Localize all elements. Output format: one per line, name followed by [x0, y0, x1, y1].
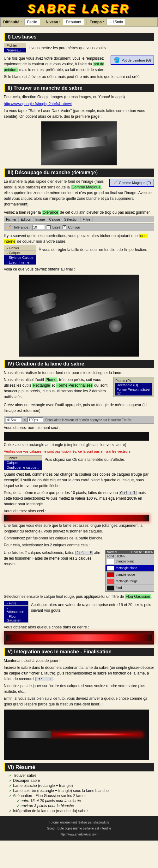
s4-text10: Une fois que vous êtes sûre que la lame … — [4, 523, 154, 534]
layer-triangle-blanc[interactable]: triangle blanc — [106, 558, 154, 565]
ps-menu-filtre[interactable]: Filtre — [81, 217, 92, 222]
layer-name-rectangle-rouge: rectangle rouge — [116, 580, 138, 583]
file-menu-s3[interactable]: - Fichier - Calque - Style de Calque - L… — [4, 246, 36, 265]
size-sep: × — [24, 418, 26, 422]
layer-name-triangle-blanc: triangle blanc — [116, 560, 134, 563]
s3-text2: Veillez à bien régler la tolérance de ce… — [4, 210, 154, 215]
section-4-header: IV) Création de la lame du sabre — [4, 360, 154, 368]
s5-text2: Insérez le sabre dans le document conten… — [4, 665, 154, 682]
summary-step-8: Intégration de la lame au (manche du) sa… — [9, 809, 154, 813]
ps-menu-edition[interactable]: Edition — [19, 217, 33, 222]
difficulty-bar: Difficulté : Facile Niveau : Débutant Te… — [0, 17, 158, 27]
width-input[interactable]: 415px — [6, 417, 22, 422]
section-1-content: Fichier Nouveau... Il vous mettez les pa… — [4, 43, 154, 81]
section-6-header: VI) Résumé — [4, 763, 154, 771]
time-value: ~ 15min — [106, 19, 126, 25]
file-menu-s4[interactable]: Fichier Calque Dupliquer le calque... — [4, 456, 42, 470]
summary-step-7: environ 3 pixels pour la blanche — [17, 804, 154, 808]
tolerance-input[interactable]: 10 — [32, 225, 45, 230]
final-result-image — [4, 710, 149, 760]
blade-glow-red — [6, 634, 152, 641]
lisse-checkbox[interactable] — [47, 225, 51, 229]
s4-text4: Vous obtenez normalement ceci : — [4, 425, 154, 431]
lightsaber-photo — [41, 121, 117, 165]
tool-rectangle[interactable]: Rectangle (U) — [115, 383, 152, 387]
layers-title: Normal — [107, 551, 117, 554]
menu-fichier-s4[interactable]: Fichier — [4, 456, 42, 461]
s4-warning: Vérifiez que vos calques ne sont pas fus… — [4, 449, 154, 454]
menu-calque[interactable]: - Calque — [4, 251, 36, 255]
paint-tool-box: 🪣 Pot de peinture (G) — [111, 56, 154, 65]
layer-thumb-rectangle-blanc — [107, 566, 114, 571]
ps-menu-fichier[interactable]: Fichier — [4, 217, 19, 222]
layers-panel-header: Normal Opacité : 100% — [106, 550, 154, 554]
tolerance-icon: 🧹 — [6, 225, 11, 230]
layer-rectangle-blanc[interactable]: rectangle blanc — [106, 565, 154, 571]
difficulty-label: Difficulté : — [3, 20, 22, 24]
separator — [43, 19, 43, 25]
summary-list: Trouver sabre Découper sabre Lame blanch… — [9, 773, 154, 813]
summary-step-1: Trouver sabre — [9, 773, 154, 778]
menu-dupliquer[interactable]: Dupliquer le calque... — [4, 465, 42, 470]
section-3-content: 🧹 Gomme Magique (E) La manière la plus r… — [4, 179, 154, 208]
layer-thumb-fond — [107, 586, 114, 591]
header: SABRE LASER — [0, 0, 158, 17]
layers-fond-label: Fond : 100% — [107, 555, 125, 558]
filter-menu-s4[interactable]: - Filtre - Atténuation - Flou Gaussien — [4, 601, 28, 623]
s4-text16: Vous obtenez alors quelque chose dans ce… — [4, 624, 154, 630]
ps-menu-calque[interactable]: Calque — [47, 217, 62, 222]
s4-text7: Quand c'est fait, commencez par changer … — [4, 471, 154, 489]
s4-text8: Puis, de la même manière que pour les 10… — [4, 490, 154, 507]
contigu-checkbox[interactable] — [62, 225, 67, 229]
s1-text3: Si le blanc est à éviter au début mais p… — [4, 74, 154, 80]
s2-url[interactable]: http://www.google.fr/imghp?hl=fr&tab=wi — [4, 102, 72, 106]
section-5-title: Intégration avec le manche - Finalisatio… — [14, 649, 111, 654]
level-value: Débutant — [63, 19, 84, 25]
layer-rectangle-rouge[interactable]: rectangle rouge — [106, 578, 154, 585]
layer-fond[interactable]: fond — [106, 585, 154, 591]
footer-line2: Googl Toute copie même partielle est int… — [2, 826, 156, 831]
s4-text6: Puis cliquez sur Ok dans la fenêtre qui … — [45, 457, 125, 462]
s1-text1: Il vous mettez les paramètres que vous v… — [27, 46, 107, 50]
tool-plume[interactable]: Plume (P) — [115, 378, 152, 383]
footer: Tutoriel entièrement réalisé par shadowk… — [0, 816, 158, 841]
s3-text5: Voilà ce que vous devriez obtenir au fin… — [4, 267, 154, 272]
blade-glow-container — [4, 631, 154, 645]
section-5-roman: V) — [7, 649, 14, 654]
ps-menu-image[interactable]: Image — [33, 217, 47, 222]
section-1-roman: I) — [7, 34, 12, 39]
tolerance-label: Tolérance : — [13, 225, 30, 229]
saber-full-image — [19, 275, 139, 357]
s3-text4: À vous de régler la taille de la lueur e… — [38, 247, 147, 252]
main-content: I) Les bases Fichier Nouveau... Il vous … — [0, 27, 158, 816]
s4-text3: Créez alors un rectangle avec l'outil ap… — [4, 401, 154, 413]
layer-thumb-rectangle-rouge — [107, 579, 114, 584]
menu-fichier[interactable]: - Fichier — [4, 246, 36, 251]
file-menu-item-nouveau[interactable]: Nouveau... — [4, 48, 26, 53]
menu-lueur[interactable]: - Lueur Interne — [4, 260, 36, 265]
s2-text1: Pour cela, direction Google Images (ou m… — [4, 94, 154, 100]
menu-calque-s4[interactable]: Calque — [4, 461, 42, 465]
menu-filtre-s4[interactable]: - Filtre — [4, 601, 28, 606]
file-menu-s1[interactable]: Fichier Nouveau... — [4, 43, 26, 53]
summary-step-5: Atténuation - Flou Gaussien sur les 2 la… — [9, 794, 154, 798]
size-toolbar: 415px × 100px Entez alors la valeur ici … — [4, 416, 154, 424]
menu-style[interactable]: - Style de Calque — [4, 255, 36, 260]
file-menu-item-fichier[interactable]: Fichier — [4, 43, 26, 48]
gomme-icon: 🧹 — [112, 180, 117, 185]
s4-text11: Commencez par fusionner les calques de l… — [4, 535, 154, 541]
contigu-label: Contigu — [68, 225, 80, 229]
layer-triangle-rouge[interactable]: triangle rouge — [106, 571, 154, 578]
ps-menu-selection[interactable]: Sélection — [62, 217, 81, 222]
height-input[interactable]: 100px — [27, 417, 43, 422]
keyboard-hint: Entez alors la valeur ici et enfin appuy… — [45, 418, 132, 422]
s4-text5: Collez alors le rectangle au triangle (s… — [4, 442, 154, 447]
section-4-roman: IV) — [7, 361, 16, 367]
section-2-header: II) Trouver un manche de sabre — [4, 84, 154, 92]
ps-menu-bar[interactable]: Fichier Edition Image Calque Sélection F… — [4, 217, 154, 222]
tool-forme[interactable]: Forme Personnalisée (U) — [115, 387, 152, 396]
menu-attenuation[interactable]: - Atténuation — [4, 606, 28, 614]
level-label: Niveau : — [46, 20, 61, 24]
menu-flou-gaussien[interactable]: - Flou Gaussien — [4, 614, 28, 623]
section-3-header: III) Découpage du manche (détourage) — [4, 168, 154, 177]
